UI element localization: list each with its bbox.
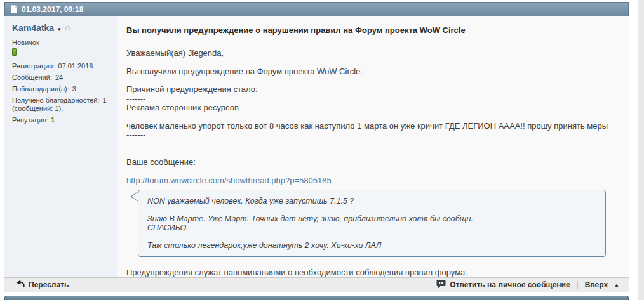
document-icon <box>11 5 17 13</box>
quoted-message: NON уважаемый человек. Когда уже запусти… <box>138 190 606 257</box>
forward-button[interactable]: Переслать <box>16 280 69 290</box>
user-sidebar: Kam4atka▼ Новичок Регистрация:07.01.2016… <box>4 16 117 277</box>
footer-separator <box>577 281 578 289</box>
stat-label: Сообщений: <box>12 74 52 81</box>
user-menu-caret-icon[interactable]: ▼ <box>57 27 62 32</box>
stat-value: 24 <box>55 74 63 81</box>
stat-thanked: Поблагодарил(а):3 <box>12 85 112 93</box>
stat-label: Поблагодарил(а): <box>12 85 69 93</box>
message-title: Вы получили предупреждение о нарушении п… <box>126 25 622 35</box>
message-content: Вы получили предупреждение о нарушении п… <box>117 16 629 277</box>
stat-label: Репутация: <box>12 116 48 124</box>
pm-footer-bar: Переслать Ответить на личное сообщение <box>4 277 629 292</box>
title-divider <box>126 41 620 41</box>
pm-header-bar: 01.03.2017, 09:18 <box>4 2 629 16</box>
up-arrow-icon: ▲ <box>614 282 619 288</box>
pm-date: 01.03.2017, 09:18 <box>22 5 83 14</box>
pm-panel: 01.03.2017, 09:18 Kam4atka▼ Новичок Реги… <box>4 2 629 300</box>
warning-reason: Причиной предупреждения стало: ------- Р… <box>126 85 622 113</box>
reputation-bar <box>12 48 17 56</box>
forward-arrow-icon <box>16 280 25 290</box>
stat-value: 07.01.2016 <box>58 62 93 70</box>
username-link[interactable]: Kam4atka <box>12 23 54 33</box>
scrollbar-track[interactable] <box>638 0 644 300</box>
pm-body: Kam4atka▼ Новичок Регистрация:07.01.2016… <box>4 16 629 277</box>
stat-label: Регистрация: <box>12 62 55 70</box>
reply-label: Ответить на личное сообщение <box>450 280 570 289</box>
thread-link[interactable]: http://forum.wowcircle.com/showthread.ph… <box>126 176 332 185</box>
your-message-block: Ваше сообщение: http://forum.wowcircle.c… <box>126 149 622 186</box>
your-message-label: Ваше сообщение: <box>126 157 196 167</box>
reply-bubble-icon <box>436 280 446 290</box>
moderator-note: человек маленько упорот только вот 8 час… <box>126 122 622 140</box>
online-status-icon <box>65 26 70 30</box>
scroll-top-link[interactable]: Вверх ▲ <box>585 280 619 289</box>
user-title: Новичок <box>12 39 112 46</box>
stat-value: 3 <box>72 85 76 93</box>
bottom-navbar <box>4 296 629 300</box>
message-outro: Предупреждения служат напоминаниями о не… <box>126 268 622 278</box>
pm-page: 01.03.2017, 09:18 Kam4atka▼ Новичок Реги… <box>0 0 644 300</box>
stat-label: Получено благодарностей: <box>12 96 99 104</box>
reply-pm-button[interactable]: Ответить на личное сообщение <box>436 280 570 290</box>
stat-messages: Сообщений:24 <box>12 74 112 82</box>
stat-registration: Регистрация:07.01.2016 <box>12 62 112 70</box>
message-intro: Вы получили предупреждение на Форум прое… <box>126 67 622 77</box>
quote-tail-icon <box>130 192 138 204</box>
user-row: Kam4atka▼ <box>12 22 112 34</box>
reputation-value: 1 <box>51 116 55 124</box>
top-label: Вверх <box>585 280 608 289</box>
forward-label: Переслать <box>29 280 69 289</box>
stat-thanks-received: Получено благодарностей:1 (сообщений: 1)… <box>12 96 112 113</box>
quote-text: NON уважаемый человек. Когда уже запусти… <box>138 190 606 257</box>
stat-reputation: Репутация:1 <box>12 116 112 124</box>
message-greeting: Уважаемый(ая) Jlegenda, <box>126 49 622 58</box>
footer-right-group: Ответить на личное сообщение Вверх ▲ <box>436 280 619 290</box>
